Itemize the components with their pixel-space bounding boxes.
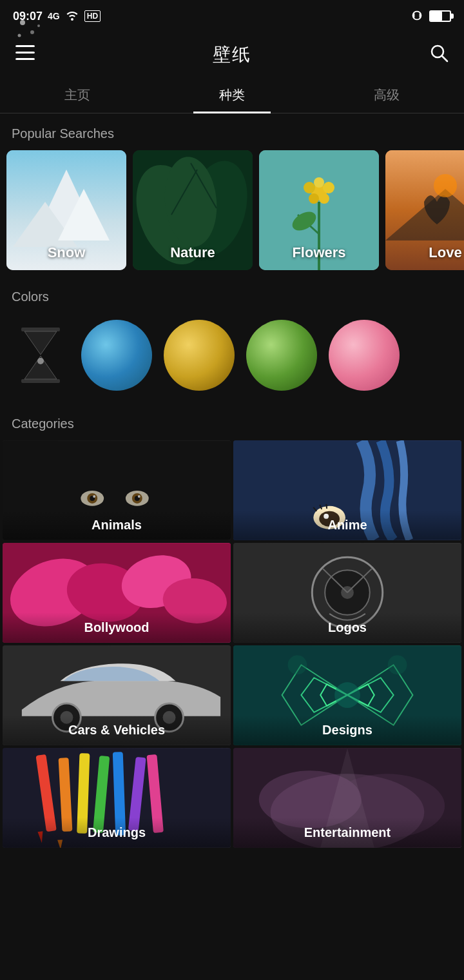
battery-icon (429, 10, 451, 22)
bollywood-label: Bollywood (3, 612, 231, 643)
search-card-love[interactable]: Love (385, 150, 464, 270)
cars-label: Cars & Vehicles (3, 715, 231, 745)
color-blue[interactable] (81, 320, 152, 391)
category-anime[interactable]: Anime (233, 440, 461, 540)
svg-point-70 (288, 655, 307, 674)
anime-label: Anime (233, 510, 461, 540)
svg-point-24 (319, 193, 329, 204)
logos-label: Logos (233, 612, 461, 643)
popular-searches-section: Popular Searches (0, 113, 464, 277)
categories-title: Categories (0, 404, 464, 440)
animals-label: Animals (3, 510, 231, 540)
svg-point-69 (334, 682, 360, 708)
snow-label: Snow (6, 244, 126, 261)
svg-rect-29 (21, 379, 60, 383)
flowers-label: Flowers (259, 244, 379, 261)
tab-home[interactable]: 主页 (0, 77, 155, 113)
search-card-flowers[interactable]: Flowers (259, 150, 379, 270)
svg-point-27 (434, 174, 457, 197)
svg-line-4 (442, 56, 447, 61)
color-gold[interactable] (164, 320, 235, 391)
category-logos[interactable]: Logos (233, 543, 461, 643)
svg-point-21 (304, 182, 315, 193)
svg-point-20 (314, 177, 324, 188)
love-label: Love (385, 244, 464, 261)
colors-title: Colors (0, 277, 464, 313)
search-card-nature[interactable]: Nature (133, 150, 253, 270)
color-pink[interactable] (329, 320, 400, 391)
svg-point-30 (37, 358, 44, 364)
categories-section: Categories Anima (0, 404, 464, 848)
tab-bar: 主页 种类 高级 (0, 77, 464, 113)
nature-label: Nature (133, 244, 253, 261)
search-button[interactable] (429, 43, 449, 67)
category-cars[interactable]: Cars & Vehicles (3, 645, 231, 745)
tab-categories[interactable]: 种类 (155, 77, 309, 113)
hd-badge: HD (84, 10, 101, 22)
popular-searches-row: Snow Nature (0, 150, 464, 277)
category-bollywood[interactable]: Bollywood (3, 543, 231, 643)
vibrate-icon (410, 8, 424, 24)
category-entertainment[interactable]: Entertainment (233, 748, 461, 848)
color-all[interactable] (12, 326, 70, 384)
svg-point-23 (309, 193, 319, 204)
designs-label: Designs (233, 715, 461, 745)
category-drawings[interactable]: Drawings (3, 748, 231, 848)
svg-point-71 (388, 655, 407, 674)
search-card-snow[interactable]: Snow (6, 150, 126, 270)
colors-section: Colors (0, 277, 464, 404)
categories-grid: Animals (0, 440, 464, 848)
color-green[interactable] (246, 320, 317, 391)
app-title: 壁纸 (213, 43, 251, 67)
colors-row (0, 313, 464, 404)
svg-rect-28 (21, 328, 60, 331)
svg-line-51 (326, 504, 327, 509)
category-designs[interactable]: Designs (233, 645, 461, 745)
tab-advanced[interactable]: 高级 (309, 77, 464, 113)
category-animals[interactable]: Animals (3, 440, 231, 540)
popular-searches-title: Popular Searches (0, 113, 464, 150)
svg-point-22 (323, 182, 334, 193)
entertainment-label: Entertainment (233, 818, 461, 848)
status-right (410, 8, 451, 24)
drawings-label: Drawings (3, 818, 231, 848)
